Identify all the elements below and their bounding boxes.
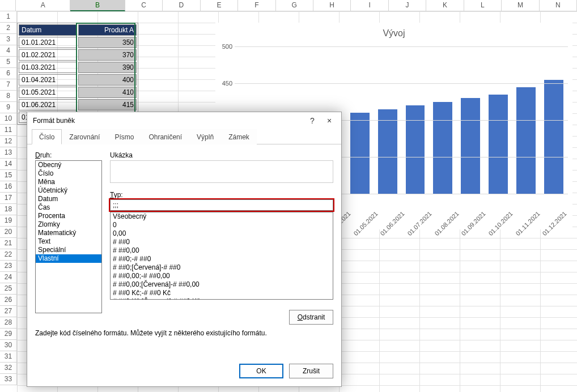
table-cell[interactable]: 01.02.2021 (19, 49, 77, 61)
dialog-help-button[interactable]: ? (304, 114, 321, 127)
dialog-tab[interactable]: Písmo (107, 129, 141, 144)
row-header[interactable]: 31 (0, 351, 17, 363)
row-header[interactable]: 10 (0, 113, 17, 125)
chart-title[interactable]: Vývoj (215, 23, 572, 46)
column-header[interactable]: K (426, 0, 464, 11)
row-header[interactable]: 1 (0, 11, 17, 23)
type-input[interactable] (110, 199, 333, 211)
table-cell[interactable]: 01.04.2021 (19, 74, 77, 86)
column-header[interactable]: A (16, 0, 70, 11)
category-list-item[interactable]: Matematický (36, 229, 101, 237)
table-cell[interactable]: 390 (78, 62, 137, 73)
row-header[interactable]: 15 (0, 170, 17, 181)
row-header[interactable]: 13 (0, 147, 17, 159)
column-header[interactable]: B (70, 0, 125, 11)
row-header[interactable]: 7 (0, 79, 17, 91)
column-header[interactable]: M (502, 0, 539, 11)
format-list-item[interactable]: # ##0;-# ##0 (111, 255, 333, 263)
row-header[interactable]: 28 (0, 317, 17, 329)
table-header-cell[interactable]: Datum (19, 24, 77, 36)
table-cell[interactable]: 01.05.2021 (19, 87, 77, 98)
category-list-item[interactable]: Datum (36, 195, 101, 203)
table-cell[interactable]: 410 (78, 87, 137, 98)
row-header[interactable]: 3 (0, 34, 17, 45)
category-list-item[interactable]: Vlastní (36, 254, 101, 263)
dialog-tab[interactable]: Zarovnání (62, 129, 107, 144)
column-header[interactable]: C (125, 0, 163, 11)
row-header[interactable]: 18 (0, 204, 17, 215)
row-header[interactable]: 30 (0, 340, 17, 351)
format-list-item[interactable]: Všeobecný (111, 212, 333, 221)
format-list-item[interactable]: # ##0 Kč;[Červená]-# ##0 Kč (111, 297, 333, 300)
dialog-tab[interactable]: Ohraničení (141, 129, 189, 144)
cancel-button[interactable]: Zrušit (289, 364, 333, 378)
row-header[interactable]: 6 (0, 68, 17, 79)
row-header[interactable]: 17 (0, 193, 17, 204)
table-cell[interactable]: 01.01.2021 (19, 37, 77, 48)
ok-button[interactable]: OK (239, 364, 283, 378)
category-list-item[interactable]: Zlomky (36, 220, 101, 229)
row-header[interactable]: 14 (0, 159, 17, 170)
format-list-item[interactable]: # ##0;[Červená]-# ##0 (111, 263, 333, 272)
dialog-tab[interactable]: Číslo (32, 129, 62, 144)
row-header[interactable]: 5 (0, 57, 17, 68)
dialog-close-button[interactable]: × (321, 114, 338, 127)
table-cell[interactable]: 01.03.2021 (19, 62, 77, 73)
row-header[interactable]: 29 (0, 329, 17, 340)
row-header[interactable]: 22 (0, 249, 17, 261)
category-list-item[interactable]: Procenta (36, 212, 101, 220)
category-list-item[interactable]: Speciální (36, 246, 101, 254)
column-header[interactable]: H (313, 0, 351, 11)
format-list-item[interactable]: # ##0,00 (111, 246, 333, 255)
row-header[interactable]: 2 (0, 23, 17, 34)
column-header[interactable]: G (276, 0, 313, 11)
dialog-titlebar[interactable]: Formát buněk ? × (27, 112, 341, 129)
format-code-listbox[interactable]: Všeobecný00,00# ##0# ##0,00# ##0;-# ##0#… (110, 212, 333, 300)
row-header[interactable]: 12 (0, 136, 17, 147)
table-header-cell[interactable]: Produkt A (78, 24, 137, 36)
row-header[interactable]: 20 (0, 227, 17, 238)
dialog-tab[interactable]: Výplň (189, 129, 221, 144)
format-list-item[interactable]: # ##0 Kč;-# ##0 Kč (111, 289, 333, 297)
row-header[interactable]: 23 (0, 261, 17, 272)
row-header[interactable]: 27 (0, 306, 17, 317)
format-list-item[interactable]: # ##0 (111, 238, 333, 246)
delete-format-button[interactable]: Odstranit (289, 310, 333, 325)
format-list-item[interactable]: # ##0,00;[Červená]-# ##0,00 (111, 280, 333, 289)
row-header[interactable]: 32 (0, 363, 17, 374)
column-header[interactable]: F (238, 0, 275, 11)
row-header[interactable]: 25 (0, 283, 17, 295)
row-header[interactable]: 33 (0, 374, 17, 385)
category-listbox[interactable]: ObecnýČísloMěnaÚčetnickýDatumČasProcenta… (35, 160, 102, 313)
row-header[interactable]: 21 (0, 238, 17, 249)
column-header[interactable]: N (540, 0, 577, 11)
format-list-item[interactable]: 0 (111, 221, 333, 229)
format-list-item[interactable]: # ##0,00;-# ##0,00 (111, 272, 333, 280)
table-cell[interactable]: 350 (78, 37, 137, 48)
category-list-item[interactable]: Účetnický (36, 186, 101, 195)
column-header[interactable]: J (389, 0, 426, 11)
row-header[interactable]: 9 (0, 102, 17, 113)
row-header[interactable]: 24 (0, 272, 17, 283)
table-cell[interactable]: 400 (78, 74, 137, 86)
column-header[interactable]: D (163, 0, 200, 11)
row-header[interactable]: 19 (0, 215, 17, 227)
row-header[interactable]: 16 (0, 181, 17, 193)
category-list-item[interactable]: Text (36, 237, 101, 246)
row-header[interactable]: 8 (0, 91, 17, 102)
category-list-item[interactable]: Čas (36, 203, 101, 212)
row-header[interactable]: 4 (0, 45, 17, 57)
column-header[interactable]: E (201, 0, 238, 11)
table-cell[interactable]: 370 (78, 49, 137, 61)
table-cell[interactable]: 01.06.2021 (19, 99, 77, 110)
category-list-item[interactable]: Obecný (36, 161, 101, 169)
column-header[interactable]: L (464, 0, 502, 11)
select-all-corner[interactable] (0, 0, 16, 11)
row-header[interactable]: 11 (0, 125, 17, 136)
column-header[interactable]: I (351, 0, 388, 11)
format-list-item[interactable]: 0,00 (111, 229, 333, 238)
table-cell[interactable]: 415 (78, 99, 137, 110)
dialog-tab[interactable]: Zámek (221, 129, 257, 144)
row-header[interactable]: 26 (0, 295, 17, 306)
category-list-item[interactable]: Číslo (36, 169, 101, 178)
